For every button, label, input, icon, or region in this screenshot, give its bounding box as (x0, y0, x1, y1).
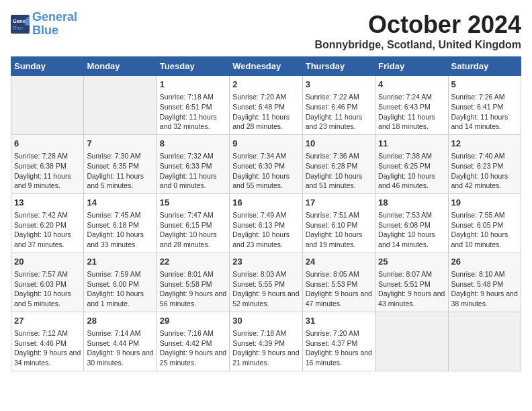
day-info: Sunrise: 7:55 AMSunset: 6:05 PMDaylight:… (451, 210, 518, 250)
day-info: Sunrise: 8:07 AMSunset: 5:51 PMDaylight:… (378, 269, 445, 309)
header-day-tuesday: Tuesday (157, 57, 229, 76)
calendar-table: SundayMondayTuesdayWednesdayThursdayFrid… (11, 56, 521, 371)
calendar-cell: 24Sunrise: 8:05 AMSunset: 5:53 PMDayligh… (302, 253, 375, 312)
calendar-week-row: 6Sunrise: 7:28 AMSunset: 6:38 PMDaylight… (11, 134, 521, 193)
header-day-sunday: Sunday (11, 57, 84, 76)
calendar-cell: 22Sunrise: 8:01 AMSunset: 5:58 PMDayligh… (157, 253, 229, 312)
calendar-week-row: 1Sunrise: 7:18 AMSunset: 6:51 PMDaylight… (11, 76, 521, 135)
calendar-cell: 3Sunrise: 7:22 AMSunset: 6:46 PMDaylight… (302, 76, 375, 135)
header-day-friday: Friday (375, 57, 448, 76)
calendar-cell (11, 76, 84, 135)
calendar-cell: 26Sunrise: 8:10 AMSunset: 5:48 PMDayligh… (448, 253, 521, 312)
day-info: Sunrise: 7:36 AMSunset: 6:28 PMDaylight:… (306, 151, 372, 191)
day-info: Sunrise: 8:01 AMSunset: 5:58 PMDaylight:… (160, 269, 226, 309)
day-info: Sunrise: 8:05 AMSunset: 5:53 PMDaylight:… (306, 269, 372, 309)
calendar-cell: 23Sunrise: 8:03 AMSunset: 5:55 PMDayligh… (230, 253, 302, 312)
day-number: 1 (160, 79, 226, 91)
calendar-cell: 10Sunrise: 7:36 AMSunset: 6:28 PMDayligh… (302, 134, 375, 193)
day-number: 23 (232, 256, 299, 268)
calendar-cell: 31Sunrise: 7:20 AMSunset: 4:37 PMDayligh… (302, 312, 375, 371)
calendar-cell: 19Sunrise: 7:55 AMSunset: 6:05 PMDayligh… (448, 193, 521, 253)
calendar-cell: 4Sunrise: 7:24 AMSunset: 6:43 PMDaylight… (375, 76, 448, 135)
calendar-cell: 30Sunrise: 7:18 AMSunset: 4:39 PMDayligh… (230, 312, 302, 371)
calendar-cell: 15Sunrise: 7:47 AMSunset: 6:15 PMDayligh… (157, 193, 229, 253)
day-info: Sunrise: 7:28 AMSunset: 6:38 PMDaylight:… (14, 151, 81, 191)
calendar-cell: 18Sunrise: 7:53 AMSunset: 6:08 PMDayligh… (375, 193, 448, 253)
day-number: 14 (87, 197, 153, 209)
day-number: 30 (232, 315, 299, 327)
day-info: Sunrise: 7:12 AMSunset: 4:46 PMDaylight:… (14, 328, 81, 368)
day-number: 27 (14, 315, 81, 327)
calendar-cell: 8Sunrise: 7:32 AMSunset: 6:33 PMDaylight… (157, 134, 229, 193)
calendar-week-row: 27Sunrise: 7:12 AMSunset: 4:46 PMDayligh… (11, 312, 521, 371)
day-info: Sunrise: 7:57 AMSunset: 6:03 PMDaylight:… (14, 269, 81, 309)
calendar-cell (448, 312, 521, 371)
day-info: Sunrise: 7:20 AMSunset: 6:48 PMDaylight:… (232, 92, 299, 132)
calendar-cell: 16Sunrise: 7:49 AMSunset: 6:13 PMDayligh… (230, 193, 302, 253)
day-info: Sunrise: 7:51 AMSunset: 6:10 PMDaylight:… (306, 210, 372, 250)
calendar-cell: 6Sunrise: 7:28 AMSunset: 6:38 PMDaylight… (11, 134, 84, 193)
calendar-cell (84, 76, 157, 135)
day-number: 8 (160, 138, 226, 150)
day-info: Sunrise: 7:26 AMSunset: 6:41 PMDaylight:… (451, 92, 518, 132)
day-number: 20 (14, 256, 81, 268)
calendar-cell: 2Sunrise: 7:20 AMSunset: 6:48 PMDaylight… (230, 76, 302, 135)
calendar-cell: 1Sunrise: 7:18 AMSunset: 6:51 PMDaylight… (157, 76, 229, 135)
calendar-cell: 14Sunrise: 7:45 AMSunset: 6:18 PMDayligh… (84, 193, 157, 253)
calendar-week-row: 13Sunrise: 7:42 AMSunset: 6:20 PMDayligh… (11, 193, 521, 253)
header-day-wednesday: Wednesday (230, 57, 302, 76)
calendar-cell: 5Sunrise: 7:26 AMSunset: 6:41 PMDaylight… (448, 76, 521, 135)
day-number: 6 (14, 138, 81, 150)
calendar-cell: 7Sunrise: 7:30 AMSunset: 6:35 PMDaylight… (84, 134, 157, 193)
day-info: Sunrise: 7:32 AMSunset: 6:33 PMDaylight:… (160, 151, 226, 191)
day-number: 3 (306, 79, 372, 91)
day-number: 21 (87, 256, 153, 268)
svg-text:Blue: Blue (13, 25, 25, 31)
header-day-saturday: Saturday (448, 57, 521, 76)
calendar-cell: 12Sunrise: 7:40 AMSunset: 6:23 PMDayligh… (448, 134, 521, 193)
day-info: Sunrise: 7:30 AMSunset: 6:35 PMDaylight:… (87, 151, 153, 191)
day-number: 13 (14, 197, 81, 209)
day-info: Sunrise: 7:34 AMSunset: 6:30 PMDaylight:… (232, 151, 299, 191)
header-day-thursday: Thursday (302, 57, 375, 76)
header-day-monday: Monday (84, 57, 157, 76)
day-number: 31 (306, 315, 372, 327)
day-info: Sunrise: 7:40 AMSunset: 6:23 PMDaylight:… (451, 151, 518, 191)
day-number: 2 (232, 79, 299, 91)
day-number: 18 (378, 197, 445, 209)
day-info: Sunrise: 7:18 AMSunset: 4:39 PMDaylight:… (232, 328, 299, 368)
day-number: 28 (87, 315, 153, 327)
logo-text-line2: Blue (32, 24, 77, 38)
day-number: 9 (232, 138, 299, 150)
calendar-cell: 21Sunrise: 7:59 AMSunset: 6:00 PMDayligh… (84, 253, 157, 312)
calendar-cell: 11Sunrise: 7:38 AMSunset: 6:25 PMDayligh… (375, 134, 448, 193)
day-info: Sunrise: 7:45 AMSunset: 6:18 PMDaylight:… (87, 210, 153, 250)
main-title: October 2024 (314, 11, 521, 39)
day-number: 29 (160, 315, 226, 327)
day-number: 24 (306, 256, 372, 268)
day-number: 4 (378, 79, 445, 91)
logo-icon: General Blue (11, 15, 30, 34)
day-info: Sunrise: 7:22 AMSunset: 6:46 PMDaylight:… (306, 92, 372, 132)
day-number: 22 (160, 256, 226, 268)
logo: General Blue General Blue (11, 11, 77, 38)
day-number: 5 (451, 79, 518, 91)
day-info: Sunrise: 8:10 AMSunset: 5:48 PMDaylight:… (451, 269, 518, 309)
day-number: 19 (451, 197, 518, 209)
day-info: Sunrise: 8:03 AMSunset: 5:55 PMDaylight:… (232, 269, 299, 309)
title-area: October 2024 Bonnybridge, Scotland, Unit… (314, 11, 521, 51)
day-info: Sunrise: 7:24 AMSunset: 6:43 PMDaylight:… (378, 92, 445, 132)
day-info: Sunrise: 7:20 AMSunset: 4:37 PMDaylight:… (306, 328, 372, 368)
day-number: 17 (306, 197, 372, 209)
calendar-header-row: SundayMondayTuesdayWednesdayThursdayFrid… (11, 57, 521, 76)
calendar-cell: 13Sunrise: 7:42 AMSunset: 6:20 PMDayligh… (11, 193, 84, 253)
calendar-week-row: 20Sunrise: 7:57 AMSunset: 6:03 PMDayligh… (11, 253, 521, 312)
day-number: 7 (87, 138, 153, 150)
page-header: General Blue General Blue October 2024 B… (11, 11, 521, 51)
day-number: 10 (306, 138, 372, 150)
day-info: Sunrise: 7:38 AMSunset: 6:25 PMDaylight:… (378, 151, 445, 191)
day-number: 11 (378, 138, 445, 150)
day-number: 12 (451, 138, 518, 150)
day-info: Sunrise: 7:18 AMSunset: 6:51 PMDaylight:… (160, 92, 226, 132)
logo-text-line1: General (32, 11, 77, 24)
